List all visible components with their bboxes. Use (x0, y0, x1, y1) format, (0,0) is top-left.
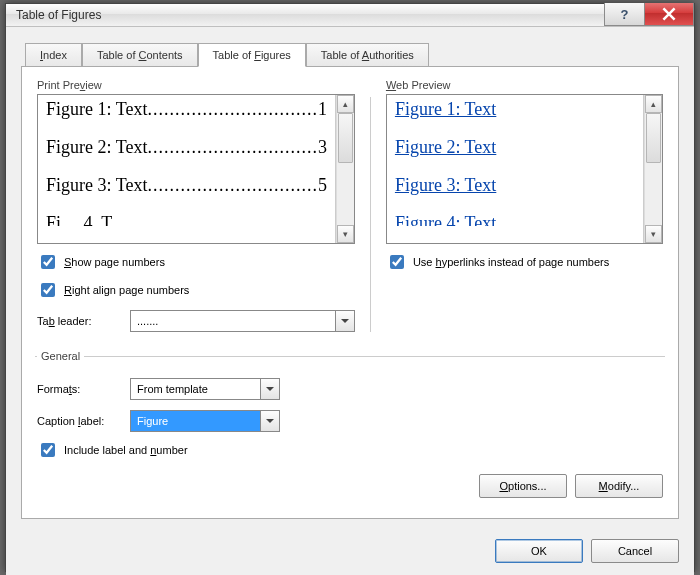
cancel-button[interactable]: Cancel (591, 539, 679, 563)
use-hyperlinks-checkbox[interactable] (390, 255, 404, 269)
close-icon (662, 7, 676, 21)
include-label-label: Include label and number (64, 444, 188, 456)
tab-tof[interactable]: Table of Figures (198, 43, 306, 67)
chevron-down-icon (266, 417, 274, 425)
web-preview-box: Figure 1: Text Figure 2: Text Figure 3: … (386, 94, 663, 244)
caption-label-combo[interactable]: Figure (130, 410, 280, 432)
formats-label: Formats: (37, 383, 122, 395)
right-align-row: Right align page numbers (37, 280, 355, 300)
tab-toc[interactable]: Table of Contents (82, 43, 198, 67)
use-hyperlinks-label: Use hyperlinks instead of page numbers (413, 256, 609, 268)
scroll-up-button[interactable]: ▴ (337, 95, 354, 113)
include-label-checkbox[interactable] (41, 443, 55, 457)
web-preview-content: Figure 1: Text Figure 2: Text Figure 3: … (387, 95, 644, 243)
tab-index[interactable]: Index (25, 43, 82, 67)
ok-button[interactable]: OK (495, 539, 583, 563)
chevron-down-icon (266, 385, 274, 393)
tab-strip: Index Table of Contents Table of Figures… (25, 42, 679, 66)
web-preview-scrollbar[interactable]: ▴ ▾ (644, 95, 662, 243)
web-preview-link[interactable]: Figure 1: Text (395, 100, 635, 118)
formats-value: From template (131, 379, 261, 399)
print-preview-box: Figure 1: Text..........................… (37, 94, 355, 244)
preview-columns: Print Preview Figure 1: Text............… (37, 79, 663, 332)
print-preview-row: Figure 1: Text..........................… (46, 100, 327, 118)
window-title: Table of Figures (16, 8, 604, 22)
right-align-label: Right align page numbers (64, 284, 189, 296)
general-legend: General (37, 350, 84, 362)
formats-row: Formats: From template (37, 378, 663, 400)
scroll-thumb[interactable] (338, 113, 353, 163)
scroll-down-button[interactable]: ▾ (337, 225, 354, 243)
tab-leader-value: ....... (131, 311, 336, 331)
include-label-row: Include label and number (37, 440, 663, 460)
dialog-body: Index Table of Contents Table of Figures… (6, 27, 694, 529)
close-button[interactable] (644, 3, 694, 26)
right-align-checkbox[interactable] (41, 283, 55, 297)
tab-panel: Print Preview Figure 1: Text............… (21, 66, 679, 519)
general-button-row: Options... Modify... (37, 460, 663, 498)
caption-label-row: Caption label: Figure (37, 410, 663, 432)
caption-label-label: Caption label: (37, 415, 122, 427)
dropdown-button[interactable] (261, 379, 279, 399)
print-preview-content: Figure 1: Text..........................… (38, 95, 336, 243)
web-preview-label: Web Preview (386, 79, 663, 91)
web-preview-link[interactable]: Figure 2: Text (395, 138, 635, 156)
options-button[interactable]: Options... (479, 474, 567, 498)
window-buttons: ? (604, 4, 694, 26)
tab-leader-label: Tab leader: (37, 315, 122, 327)
print-preview-col: Print Preview Figure 1: Text............… (37, 79, 355, 332)
web-preview-link-partial[interactable]: Figure 4: Text (395, 214, 635, 226)
print-preview-row: Figure 2: Text..........................… (46, 138, 327, 156)
web-preview-link[interactable]: Figure 3: Text (395, 176, 635, 194)
help-button[interactable]: ? (604, 3, 644, 26)
tab-leader-combo[interactable]: ....... (130, 310, 355, 332)
formats-combo[interactable]: From template (130, 378, 280, 400)
print-preview-row: Figure 3: Text..........................… (46, 176, 327, 194)
chevron-down-icon (341, 317, 349, 325)
footer-buttons: OK Cancel (6, 529, 694, 575)
web-preview-col: Web Preview Figure 1: Text Figure 2: Tex… (386, 79, 663, 332)
scroll-down-button[interactable]: ▾ (645, 225, 662, 243)
tab-toa[interactable]: Table of Authorities (306, 43, 429, 67)
show-page-numbers-checkbox[interactable] (41, 255, 55, 269)
titlebar: Table of Figures ? (6, 4, 694, 27)
caption-label-value: Figure (131, 411, 261, 431)
print-preview-label: Print Preview (37, 79, 355, 91)
show-page-numbers-label: Show page numbers (64, 256, 165, 268)
dropdown-button[interactable] (336, 311, 354, 331)
scroll-thumb[interactable] (646, 113, 661, 163)
show-page-numbers-row: Show page numbers (37, 252, 355, 272)
dialog-window: Table of Figures ? Index Table of Conten… (5, 3, 695, 572)
use-hyperlinks-row: Use hyperlinks instead of page numbers (386, 252, 663, 272)
print-preview-row-partial: Fi 4 T (46, 214, 327, 226)
dropdown-button[interactable] (261, 411, 279, 431)
print-preview-scrollbar[interactable]: ▴ ▾ (336, 95, 354, 243)
tab-leader-row: Tab leader: ....... (37, 310, 355, 332)
column-divider (370, 97, 371, 332)
modify-button[interactable]: Modify... (575, 474, 663, 498)
scroll-up-button[interactable]: ▴ (645, 95, 662, 113)
general-group: General Formats: From template Caption l… (35, 350, 665, 506)
